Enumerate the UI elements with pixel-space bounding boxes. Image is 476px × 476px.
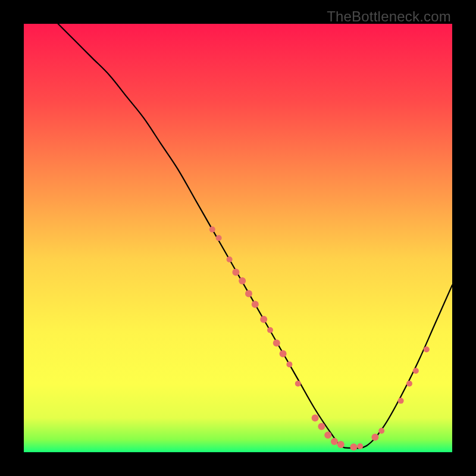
- curve-marker: [337, 441, 345, 448]
- curve-marker: [413, 368, 419, 374]
- curve-marker: [378, 428, 384, 434]
- chart-frame: [24, 24, 452, 452]
- curve-marker: [406, 381, 412, 387]
- curve-marker: [331, 438, 338, 445]
- curve-marker: [324, 431, 331, 439]
- curve-marker: [232, 269, 239, 276]
- curve-marker: [273, 339, 280, 346]
- curve-marker: [209, 227, 215, 233]
- curve-marker: [267, 327, 273, 333]
- curve-marker: [350, 443, 357, 450]
- curve-marker: [357, 443, 363, 449]
- chart-curve-layer: [24, 24, 452, 452]
- curve-marker: [280, 350, 287, 357]
- curve-marker: [216, 235, 222, 241]
- curve-marker: [286, 361, 292, 367]
- curve-marker: [260, 316, 267, 323]
- curve-marker: [398, 398, 404, 404]
- curve-marker: [252, 301, 259, 308]
- watermark-text: TheBottleneck.com: [327, 8, 451, 25]
- curve-marker: [318, 423, 325, 430]
- curve-marker: [371, 434, 378, 441]
- curve-marker: [312, 414, 319, 421]
- curve-marker: [295, 381, 301, 387]
- curve-marker: [239, 277, 246, 284]
- curve-marker: [227, 256, 233, 262]
- curve-marker: [424, 346, 430, 352]
- bottleneck-curve: [58, 24, 452, 448]
- curve-marker: [245, 290, 252, 298]
